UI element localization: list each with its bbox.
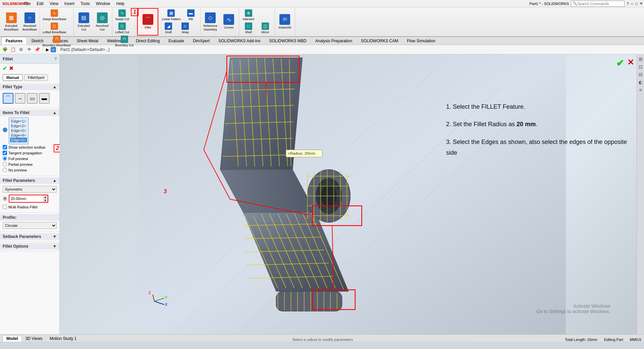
maximize-icon[interactable]: □ <box>635 2 638 6</box>
edge-item-3[interactable]: Edge<3> <box>10 128 27 133</box>
tree-icon[interactable]: 🌳 <box>1 46 9 53</box>
edge-list[interactable]: Edge<1> Edge<2> Edge<3> Edge<4> Edge<5> <box>9 117 29 144</box>
swept-cut-button[interactable]: ∿ Swept Cut <box>114 9 130 22</box>
right-icon-4[interactable]: ◐ <box>638 79 643 86</box>
instant3d-button[interactable]: 3D Instant3D <box>276 13 294 31</box>
bottom-tab-model[interactable]: Model <box>3 335 22 342</box>
revolved-boss-base-button[interactable]: ○ RevolvedBoss/Base <box>20 11 39 33</box>
menu-edit[interactable]: Edit <box>34 1 46 7</box>
property-icon[interactable]: 📋 <box>9 46 17 53</box>
draft-button[interactable]: ◢ Draft <box>160 22 176 35</box>
menu-help[interactable]: Help <box>114 1 127 7</box>
step2-bold: 20 mm <box>517 121 536 128</box>
fillet-type-face[interactable]: ▭ <box>27 93 38 104</box>
fillet-type-variable[interactable]: ⌣ <box>15 93 25 104</box>
shell-icon: □ <box>245 22 252 30</box>
revolved-cut-button[interactable]: ◎ RevolvedCut <box>93 11 111 33</box>
tab-features[interactable]: Features <box>1 37 27 45</box>
extruded-cut-button[interactable]: ▤ ExtrudedCut <box>74 11 93 33</box>
profile-select[interactable]: Circular <box>3 222 57 229</box>
reference-geometry-button[interactable]: ◇ ReferenceGeometry <box>201 11 220 33</box>
config-icon[interactable]: ⚙ <box>17 46 25 53</box>
menu-insert[interactable]: Insert <box>62 1 77 7</box>
right-icon-1[interactable]: ⊞ <box>638 56 643 62</box>
fillet-parameters-header[interactable]: Fillet Parameters ▲ <box>0 177 59 184</box>
lofted-boss-button[interactable]: ⟨⟩ Lofted Boss/Base <box>41 22 68 35</box>
lofted-cut-button[interactable]: ⟨⟩ Lofted Cut <box>114 22 130 35</box>
curves-button[interactable]: ∿ Curves <box>220 13 238 31</box>
radius-input-container: ▲ ▼ <box>9 195 48 203</box>
help-icon[interactable]: ? <box>627 2 629 6</box>
right-icon-5[interactable]: ≡ <box>638 87 642 93</box>
tab-flow[interactable]: Flow Simulation <box>402 37 440 45</box>
fillet-type-select[interactable]: Symmetric <box>3 186 57 193</box>
tangent-propagation-checkbox[interactable] <box>3 151 7 155</box>
minimize-icon[interactable]: ─ <box>631 2 634 6</box>
radius-up-button[interactable]: ▲ <box>43 195 48 199</box>
edge-item-1[interactable]: Edge<1> <box>10 119 27 123</box>
intersect-button[interactable]: ⊗ Intersect <box>240 9 257 22</box>
close-icon[interactable]: ✕ <box>640 1 643 6</box>
search-input[interactable] <box>577 2 618 6</box>
multi-radius-checkbox[interactable] <box>3 205 7 209</box>
tab-mbd[interactable]: SOLIDWORKS MBD <box>265 37 311 45</box>
swept-boss-button[interactable]: ∿ Swept Boss/Base <box>41 9 68 22</box>
edge-item-4[interactable]: Edge<4> <box>10 133 27 138</box>
menu-view[interactable]: View <box>47 1 61 7</box>
bottom-tab-3dviews[interactable]: 3D Views <box>22 335 46 342</box>
linear-pattern-button[interactable]: ▦ Linear Pattern <box>160 9 182 22</box>
tab-filletxpert[interactable]: FilletXpert <box>24 74 48 81</box>
mirror-button[interactable]: ◫ Mirror <box>257 22 273 35</box>
wrap-button[interactable]: ⊂ Wrap <box>177 22 193 35</box>
multi-radius-row: Multi Radius Fillet <box>3 204 57 210</box>
fillet-button[interactable]: ⌒ Fillet <box>139 13 157 31</box>
tab-addins[interactable]: SOLIDWORKS Add-Ins <box>214 37 265 45</box>
ok-button[interactable]: ✔ <box>3 65 7 71</box>
left-panel: Fillet ? ✔ ✖ Manual FilletXpert Fillet T… <box>0 54 60 334</box>
shell-button[interactable]: □ Shell <box>240 22 257 35</box>
fillet-type-constant[interactable]: ⌒ <box>3 93 13 104</box>
right-icon-2[interactable]: ⊡ <box>638 63 643 70</box>
viewport-cancel-x[interactable]: ✕ <box>627 58 634 67</box>
fillet-type-full[interactable]: ▬ <box>39 93 50 104</box>
tab-dimxpert[interactable]: DimXpert <box>189 37 214 45</box>
search-box[interactable]: 🔍 <box>571 1 625 7</box>
tab-analysis[interactable]: Analysis Preparation <box>311 37 357 45</box>
wrap-icon: ⊂ <box>181 22 189 30</box>
cancel-button[interactable]: ✖ <box>9 65 13 71</box>
extruded-boss-base-button[interactable]: ▦ ExtrudedBoss/Base <box>2 11 20 33</box>
tab-evaluate[interactable]: Evaluate <box>164 37 189 45</box>
edge-item-5[interactable]: Edge<5> <box>10 138 27 142</box>
items-to-fillet-header[interactable]: Items To Fillet ▲ <box>0 109 59 116</box>
right-icon-3[interactable]: ⊟ <box>638 71 643 78</box>
tab-sheet-metal[interactable]: Sheet Metal <box>72 37 103 45</box>
tab-direct-editing[interactable]: Direct Editing <box>131 37 164 45</box>
boundary-cut-button[interactable]: ⊓ Boundary Cut <box>114 35 135 48</box>
fillet-type-header[interactable]: Fillet Type ▲ <box>0 84 59 90</box>
full-preview-radio[interactable] <box>3 156 7 161</box>
edge-item-2[interactable]: Edge<2> <box>10 123 27 128</box>
partial-preview-radio[interactable] <box>3 162 7 166</box>
tab-manual[interactable]: Manual <box>3 74 23 81</box>
view-icon[interactable]: 👁 <box>25 46 33 53</box>
radius-input[interactable] <box>9 196 43 201</box>
radius-down-button[interactable]: ▼ <box>43 199 48 202</box>
rib-button[interactable]: ▬ Rib <box>183 9 199 22</box>
pin-icon[interactable]: 📌 <box>34 46 41 53</box>
no-preview-radio[interactable] <box>3 168 7 172</box>
full-preview-label: Full preview <box>8 157 28 161</box>
tab-cam[interactable]: SOLIDWORKS CAM <box>357 37 402 45</box>
fillet-options-header[interactable]: Fillet Options ▼ <box>0 243 59 250</box>
viewport-ok-check[interactable]: ✔ <box>616 58 624 69</box>
linear-pattern-label: Linear Pattern <box>162 17 181 21</box>
boundary-boss-button[interactable]: ⊓ Boundary Boss/Base <box>41 35 72 48</box>
help-icon[interactable]: ? <box>54 56 57 61</box>
viewport[interactable]: >Radius: 20mm <box>60 54 644 334</box>
menu-file[interactable]: File <box>21 1 33 7</box>
menu-tools[interactable]: Tools <box>78 1 93 7</box>
menu-window[interactable]: Window <box>93 1 113 7</box>
bottom-tab-motion[interactable]: Motion Study 1 <box>46 335 80 342</box>
setback-header[interactable]: Setback Parameters ▼ <box>0 233 59 240</box>
show-selection-checkbox[interactable] <box>3 145 7 149</box>
profile-header[interactable]: Profile: <box>0 214 59 221</box>
